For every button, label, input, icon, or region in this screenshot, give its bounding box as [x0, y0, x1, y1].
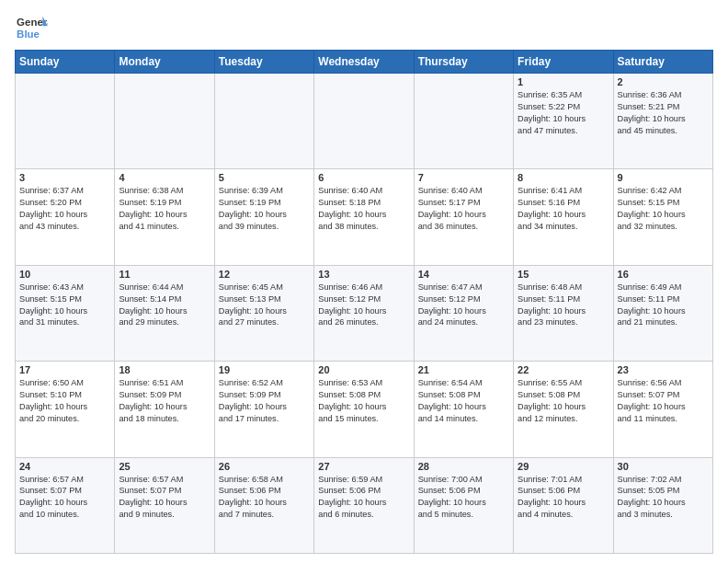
- logo: General Blue: [15, 15, 51, 42]
- calendar-cell: 19Sunrise: 6:52 AM Sunset: 5:09 PM Dayli…: [214, 362, 313, 457]
- week-row-1: 3Sunrise: 6:37 AM Sunset: 5:20 PM Daylig…: [16, 169, 713, 265]
- day-number: 1: [518, 76, 609, 87]
- day-number: 15: [518, 269, 609, 280]
- day-info: Sunrise: 6:35 AM Sunset: 5:22 PM Dayligh…: [518, 89, 609, 137]
- day-number: 12: [219, 269, 310, 280]
- calendar-cell: [214, 74, 313, 169]
- calendar-cell: 21Sunrise: 6:54 AM Sunset: 5:08 PM Dayli…: [414, 362, 513, 457]
- day-number: 2: [618, 76, 709, 87]
- calendar-cell: 4Sunrise: 6:38 AM Sunset: 5:19 PM Daylig…: [115, 169, 214, 265]
- page: General Blue SundayMondayTuesdayWednesda…: [0, 0, 728, 563]
- calendar-cell: 12Sunrise: 6:45 AM Sunset: 5:13 PM Dayli…: [214, 265, 313, 361]
- calendar-cell: 6Sunrise: 6:40 AM Sunset: 5:18 PM Daylig…: [314, 169, 414, 265]
- weekday-header-row: SundayMondayTuesdayWednesdayThursdayFrid…: [16, 51, 713, 74]
- weekday-header-tuesday: Tuesday: [214, 51, 313, 74]
- day-number: 18: [119, 364, 210, 375]
- calendar-cell: 8Sunrise: 6:41 AM Sunset: 5:16 PM Daylig…: [514, 169, 613, 265]
- calendar-cell: 10Sunrise: 6:43 AM Sunset: 5:15 PM Dayli…: [16, 265, 115, 361]
- day-number: 17: [19, 364, 110, 375]
- calendar-cell: 24Sunrise: 6:57 AM Sunset: 5:07 PM Dayli…: [16, 457, 115, 553]
- calendar-cell: [115, 74, 214, 169]
- day-info: Sunrise: 6:39 AM Sunset: 5:19 PM Dayligh…: [219, 185, 310, 233]
- calendar-cell: 2Sunrise: 6:36 AM Sunset: 5:21 PM Daylig…: [613, 74, 712, 169]
- calendar-cell: 17Sunrise: 6:50 AM Sunset: 5:10 PM Dayli…: [16, 362, 115, 457]
- header: General Blue: [15, 15, 713, 42]
- calendar-cell: 23Sunrise: 6:56 AM Sunset: 5:07 PM Dayli…: [613, 362, 712, 457]
- day-number: 14: [418, 269, 509, 280]
- calendar-cell: 22Sunrise: 6:55 AM Sunset: 5:08 PM Dayli…: [514, 362, 613, 457]
- week-row-3: 17Sunrise: 6:50 AM Sunset: 5:10 PM Dayli…: [16, 362, 713, 457]
- day-info: Sunrise: 6:46 AM Sunset: 5:12 PM Dayligh…: [318, 282, 409, 329]
- day-number: 29: [518, 461, 609, 472]
- calendar-cell: [314, 74, 414, 169]
- svg-text:Blue: Blue: [17, 29, 40, 40]
- calendar-cell: 28Sunrise: 7:00 AM Sunset: 5:06 PM Dayli…: [414, 457, 513, 553]
- weekday-header-sunday: Sunday: [16, 51, 115, 74]
- day-number: 27: [318, 461, 409, 472]
- weekday-header-wednesday: Wednesday: [314, 51, 414, 74]
- day-info: Sunrise: 6:58 AM Sunset: 5:06 PM Dayligh…: [219, 474, 310, 522]
- day-info: Sunrise: 6:41 AM Sunset: 5:16 PM Dayligh…: [518, 185, 609, 233]
- day-number: 20: [318, 364, 409, 375]
- day-number: 25: [119, 461, 210, 472]
- calendar-cell: 20Sunrise: 6:53 AM Sunset: 5:08 PM Dayli…: [314, 362, 414, 457]
- calendar-cell: 25Sunrise: 6:57 AM Sunset: 5:07 PM Dayli…: [115, 457, 214, 553]
- calendar-cell: 16Sunrise: 6:49 AM Sunset: 5:11 PM Dayli…: [613, 265, 712, 361]
- week-row-0: 1Sunrise: 6:35 AM Sunset: 5:22 PM Daylig…: [16, 74, 713, 169]
- day-number: 8: [518, 172, 609, 183]
- day-number: 3: [19, 172, 110, 183]
- day-info: Sunrise: 6:54 AM Sunset: 5:08 PM Dayligh…: [418, 377, 509, 425]
- day-number: 6: [318, 172, 409, 183]
- calendar-cell: 13Sunrise: 6:46 AM Sunset: 5:12 PM Dayli…: [314, 265, 414, 361]
- day-info: Sunrise: 6:40 AM Sunset: 5:17 PM Dayligh…: [418, 185, 509, 233]
- day-info: Sunrise: 6:48 AM Sunset: 5:11 PM Dayligh…: [518, 282, 609, 329]
- day-number: 11: [119, 269, 210, 280]
- day-number: 9: [618, 172, 709, 183]
- day-info: Sunrise: 6:42 AM Sunset: 5:15 PM Dayligh…: [618, 185, 709, 233]
- day-number: 24: [19, 461, 110, 472]
- day-info: Sunrise: 6:57 AM Sunset: 5:07 PM Dayligh…: [19, 474, 110, 522]
- weekday-header-saturday: Saturday: [613, 51, 712, 74]
- calendar-cell: 11Sunrise: 6:44 AM Sunset: 5:14 PM Dayli…: [115, 265, 214, 361]
- day-info: Sunrise: 6:36 AM Sunset: 5:21 PM Dayligh…: [618, 89, 709, 137]
- day-info: Sunrise: 6:50 AM Sunset: 5:10 PM Dayligh…: [19, 377, 110, 425]
- week-row-2: 10Sunrise: 6:43 AM Sunset: 5:15 PM Dayli…: [16, 265, 713, 361]
- day-info: Sunrise: 7:02 AM Sunset: 5:05 PM Dayligh…: [618, 474, 709, 522]
- calendar-cell: 26Sunrise: 6:58 AM Sunset: 5:06 PM Dayli…: [214, 457, 313, 553]
- day-number: 28: [418, 461, 509, 472]
- day-number: 7: [418, 172, 509, 183]
- day-info: Sunrise: 6:45 AM Sunset: 5:13 PM Dayligh…: [219, 282, 310, 329]
- calendar-cell: 30Sunrise: 7:02 AM Sunset: 5:05 PM Dayli…: [613, 457, 712, 553]
- day-info: Sunrise: 7:01 AM Sunset: 5:06 PM Dayligh…: [518, 474, 609, 522]
- calendar-cell: 27Sunrise: 6:59 AM Sunset: 5:06 PM Dayli…: [314, 457, 414, 553]
- week-row-4: 24Sunrise: 6:57 AM Sunset: 5:07 PM Dayli…: [16, 457, 713, 553]
- calendar-cell: [16, 74, 115, 169]
- calendar-cell: 18Sunrise: 6:51 AM Sunset: 5:09 PM Dayli…: [115, 362, 214, 457]
- day-number: 30: [618, 461, 709, 472]
- day-info: Sunrise: 6:57 AM Sunset: 5:07 PM Dayligh…: [119, 474, 210, 522]
- day-info: Sunrise: 6:43 AM Sunset: 5:15 PM Dayligh…: [19, 282, 110, 329]
- day-info: Sunrise: 6:56 AM Sunset: 5:07 PM Dayligh…: [618, 377, 709, 425]
- calendar-cell: 9Sunrise: 6:42 AM Sunset: 5:15 PM Daylig…: [613, 169, 712, 265]
- day-number: 22: [518, 364, 609, 375]
- logo-icon: General Blue: [15, 15, 48, 42]
- day-info: Sunrise: 6:55 AM Sunset: 5:08 PM Dayligh…: [518, 377, 609, 425]
- day-info: Sunrise: 6:40 AM Sunset: 5:18 PM Dayligh…: [318, 185, 409, 233]
- day-info: Sunrise: 6:47 AM Sunset: 5:12 PM Dayligh…: [418, 282, 509, 329]
- weekday-header-friday: Friday: [514, 51, 613, 74]
- day-number: 23: [618, 364, 709, 375]
- calendar-cell: 3Sunrise: 6:37 AM Sunset: 5:20 PM Daylig…: [16, 169, 115, 265]
- weekday-header-monday: Monday: [115, 51, 214, 74]
- day-number: 13: [318, 269, 409, 280]
- day-number: 5: [219, 172, 310, 183]
- day-number: 10: [19, 269, 110, 280]
- calendar-cell: 5Sunrise: 6:39 AM Sunset: 5:19 PM Daylig…: [214, 169, 313, 265]
- day-info: Sunrise: 6:44 AM Sunset: 5:14 PM Dayligh…: [119, 282, 210, 329]
- calendar-cell: 14Sunrise: 6:47 AM Sunset: 5:12 PM Dayli…: [414, 265, 513, 361]
- day-info: Sunrise: 6:51 AM Sunset: 5:09 PM Dayligh…: [119, 377, 210, 425]
- day-info: Sunrise: 6:59 AM Sunset: 5:06 PM Dayligh…: [318, 474, 409, 522]
- day-number: 19: [219, 364, 310, 375]
- day-info: Sunrise: 6:52 AM Sunset: 5:09 PM Dayligh…: [219, 377, 310, 425]
- calendar-cell: 7Sunrise: 6:40 AM Sunset: 5:17 PM Daylig…: [414, 169, 513, 265]
- day-info: Sunrise: 6:37 AM Sunset: 5:20 PM Dayligh…: [19, 185, 110, 233]
